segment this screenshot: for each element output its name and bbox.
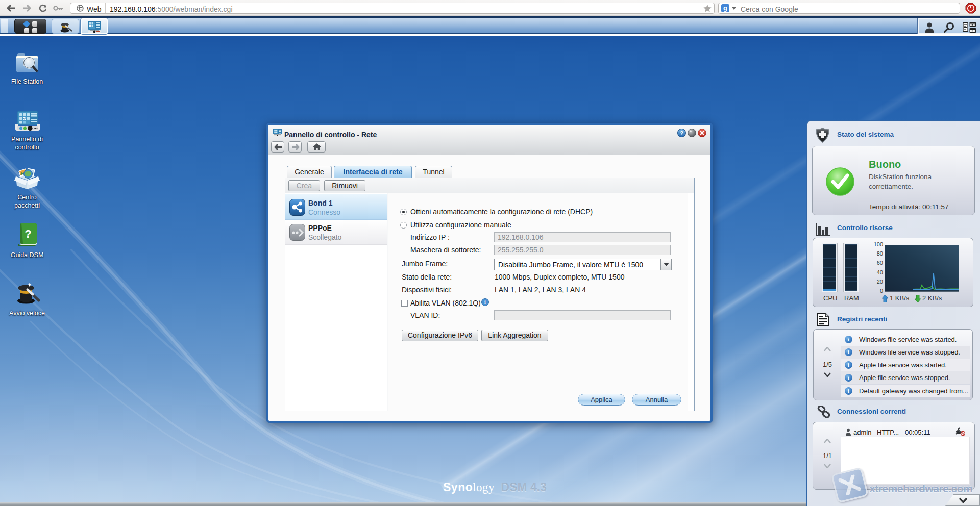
svg-text:?: ? <box>680 130 683 136</box>
svg-text:?: ? <box>24 227 31 240</box>
svg-text:i: i <box>484 299 486 305</box>
